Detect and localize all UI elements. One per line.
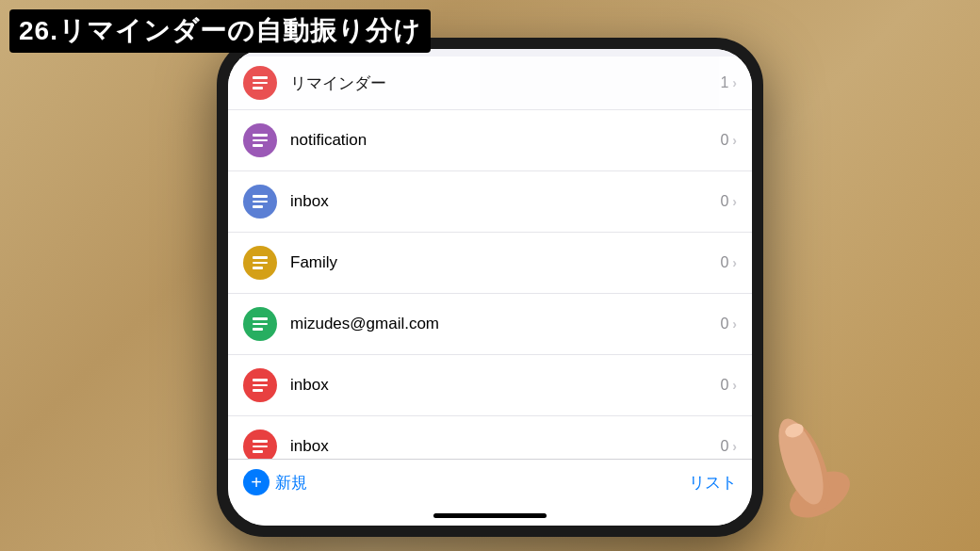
icon-line (253, 317, 268, 320)
item-label-gmail: mizudes@gmail.com (290, 315, 720, 333)
icon-line (253, 201, 268, 203)
finger-hand (697, 353, 886, 523)
item-icon-gmail (243, 307, 277, 341)
icon-lines (253, 317, 268, 331)
icon-lines (253, 379, 268, 392)
icon-line (253, 379, 268, 381)
item-label-reminders: リマインダー (290, 73, 720, 94)
list-container: リマインダー 1 › notification 0 › (228, 49, 752, 459)
chevron-icon: › (732, 194, 737, 209)
list-item[interactable]: リマインダー 1 › (228, 57, 752, 110)
icon-line (253, 82, 268, 85)
chevron-icon: › (732, 316, 737, 332)
icon-line (253, 262, 268, 265)
icon-line (253, 139, 268, 142)
title-overlay: 26.リマインダーの自動振り分け (9, 9, 431, 53)
list-item[interactable]: inbox 0 › (228, 171, 752, 233)
page-title: 26.リマインダーの自動振り分け (19, 16, 421, 45)
icon-line (253, 267, 263, 269)
item-count-notification: 0 (720, 132, 728, 149)
icon-line (253, 323, 268, 326)
item-count-gmail: 0 (720, 316, 728, 332)
item-icon-inbox3 (243, 429, 277, 459)
icon-lines (253, 195, 268, 208)
icon-line (253, 134, 268, 137)
chevron-icon: › (732, 255, 737, 270)
icon-line (253, 446, 268, 448)
item-label-family: Family (290, 253, 720, 272)
new-label: 新規 (275, 472, 307, 494)
chevron-icon: › (732, 133, 737, 148)
icon-line (253, 87, 263, 89)
icon-line (253, 328, 263, 331)
home-bar (433, 513, 547, 518)
item-label-notification: notification (290, 131, 720, 150)
icon-line (253, 205, 263, 208)
icon-line (253, 384, 268, 387)
item-icon-inbox2 (243, 368, 277, 402)
icon-line (253, 144, 263, 147)
icon-lines (253, 134, 268, 147)
phone-screen: リマインダー 1 › notification 0 › (228, 49, 752, 526)
item-count-family: 0 (720, 254, 728, 271)
list-item[interactable]: inbox 0 › (228, 355, 752, 416)
icon-line (253, 76, 268, 79)
item-icon-notification (243, 123, 277, 157)
item-label-inbox2: inbox (290, 376, 720, 395)
list-item[interactable]: notification 0 › (228, 110, 752, 171)
home-indicator (228, 505, 752, 526)
icon-lines (253, 76, 268, 89)
icon-line (253, 440, 268, 443)
list-item[interactable]: inbox 0 › (228, 416, 752, 459)
icon-lines (253, 440, 268, 453)
icon-lines (253, 256, 268, 269)
new-icon: + (243, 469, 270, 495)
item-icon-reminders (243, 66, 277, 100)
new-button[interactable]: + 新規 (243, 469, 307, 495)
list-item[interactable]: Family 0 › (228, 233, 752, 294)
icon-line (253, 195, 268, 198)
icon-line (253, 256, 268, 259)
bottom-bar: + 新規 リスト (228, 459, 752, 505)
item-count-inbox1: 0 (720, 193, 728, 210)
item-icon-family (243, 246, 277, 280)
icon-line (253, 389, 263, 392)
icon-line (253, 450, 263, 453)
item-label-inbox3: inbox (290, 437, 720, 456)
chevron-icon-reminders: › (732, 75, 737, 90)
item-icon-inbox1 (243, 185, 277, 219)
list-item[interactable]: mizudes@gmail.com 0 › (228, 294, 752, 355)
phone-device: リマインダー 1 › notification 0 › (217, 38, 763, 537)
item-label-inbox1: inbox (290, 192, 720, 211)
item-count-reminders: 1 (720, 74, 728, 91)
